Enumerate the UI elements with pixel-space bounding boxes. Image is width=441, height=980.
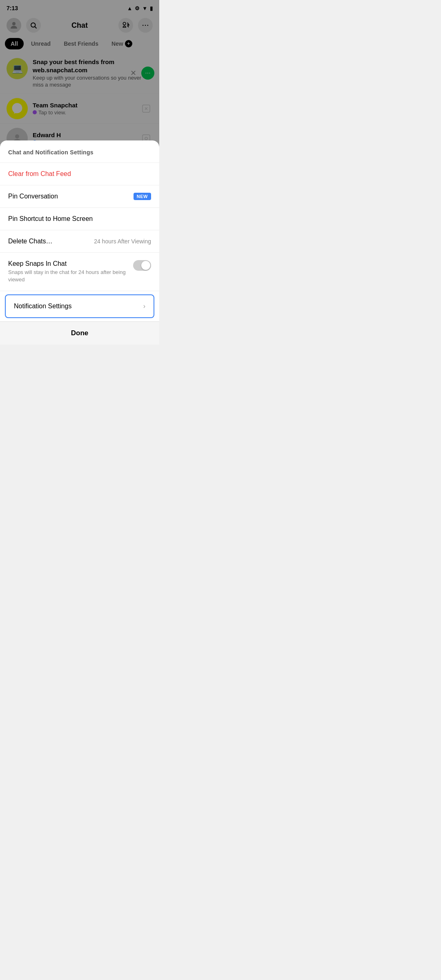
keep-snaps-label: Keep Snaps In Chat: [8, 260, 128, 267]
delete-chats-value: 24 hours After Viewing: [94, 238, 151, 245]
new-badge: NEW: [134, 193, 151, 200]
notification-settings-wrapper: Notification Settings ›: [0, 291, 159, 321]
pin-conversation-right: NEW: [134, 193, 151, 200]
toggle-thumb: [141, 261, 150, 270]
done-button[interactable]: Done: [0, 321, 159, 345]
delete-chats-item[interactable]: Delete Chats… 24 hours After Viewing: [0, 230, 159, 253]
pin-shortcut-label: Pin Shortcut to Home Screen: [8, 215, 93, 223]
sheet-title: Chat and Notification Settings: [8, 149, 94, 156]
delete-chats-label: Delete Chats…: [8, 238, 53, 245]
sheet-content: Chat and Notification Settings Clear fro…: [0, 140, 159, 345]
sheet-header: Chat and Notification Settings: [0, 140, 159, 163]
bottom-sheet: Chat and Notification Settings Clear fro…: [0, 140, 159, 345]
chevron-right-icon: ›: [143, 303, 145, 310]
pin-shortcut-item[interactable]: Pin Shortcut to Home Screen: [0, 208, 159, 230]
notification-settings-item[interactable]: Notification Settings ›: [5, 294, 154, 318]
keep-snaps-toggle[interactable]: [133, 260, 151, 271]
keep-snaps-content: Keep Snaps In Chat Snaps will stay in th…: [8, 260, 128, 283]
notification-settings-label: Notification Settings: [14, 303, 71, 310]
keep-snaps-item[interactable]: Keep Snaps In Chat Snaps will stay in th…: [0, 253, 159, 291]
pin-conversation-item[interactable]: Pin Conversation NEW: [0, 185, 159, 208]
keep-snaps-desc: Snaps will stay in the chat for 24 hours…: [8, 269, 128, 283]
clear-chat-label: Clear from Chat Feed: [8, 170, 71, 178]
pin-conversation-label: Pin Conversation: [8, 193, 58, 200]
clear-chat-item[interactable]: Clear from Chat Feed: [0, 163, 159, 185]
